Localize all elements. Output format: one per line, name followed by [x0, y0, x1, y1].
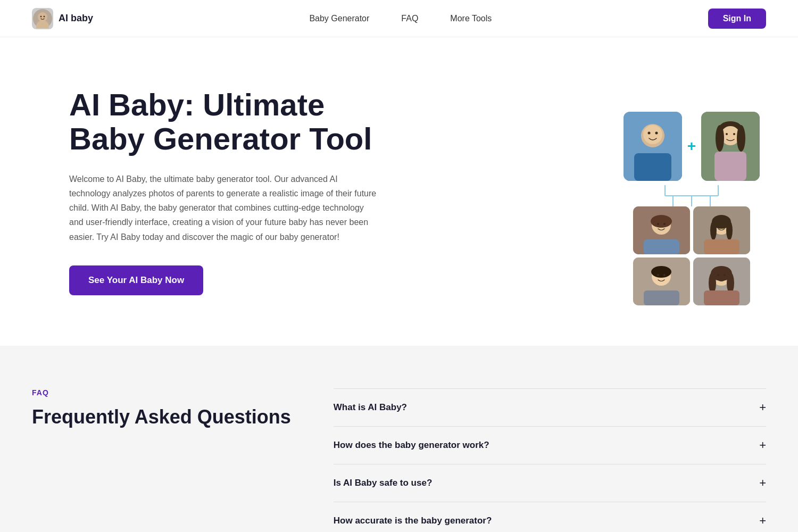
svg-point-15 — [716, 125, 724, 152]
nav-links: Baby Generator FAQ More Tools — [309, 14, 492, 23]
hero-cta-button[interactable]: See Your AI Baby Now — [69, 265, 203, 295]
logo-icon — [32, 8, 53, 29]
parent-mom-photo — [701, 112, 760, 181]
faq-title: Frequently Asked Questions — [32, 405, 291, 428]
faq-question-3: Is AI Baby safe to use? — [334, 478, 432, 488]
svg-point-10 — [655, 132, 658, 135]
svg-point-51 — [717, 274, 719, 276]
svg-point-30 — [663, 223, 666, 225]
svg-point-17 — [726, 133, 728, 135]
hero-description: Welcome to AI Baby, the ultimate baby ge… — [69, 172, 378, 244]
svg-point-43 — [657, 274, 659, 276]
svg-rect-19 — [714, 152, 746, 181]
faq-expand-4: + — [759, 514, 766, 528]
svg-point-4 — [44, 15, 45, 17]
faq-question-1: What is AI Baby? — [334, 402, 407, 413]
faq-item-1[interactable]: What is AI Baby? + — [334, 388, 766, 426]
svg-point-16 — [737, 125, 745, 152]
svg-point-28 — [651, 215, 672, 228]
hero-section: AI Baby: Ultimate Baby Generator Tool We… — [0, 37, 798, 346]
faq-section: FAQ Frequently Asked Questions What is A… — [0, 346, 798, 532]
svg-rect-39 — [704, 239, 739, 254]
svg-point-8 — [643, 125, 662, 144]
svg-point-29 — [657, 223, 659, 225]
hero-title: AI Baby: Ultimate Baby Generator Tool — [69, 88, 399, 156]
plus-icon: + — [687, 138, 696, 155]
faq-item-4[interactable]: How accurate is the baby generator? + — [334, 502, 766, 532]
svg-rect-45 — [644, 290, 679, 305]
hero-content: AI Baby: Ultimate Baby Generator Tool We… — [69, 88, 399, 295]
faq-left-panel: FAQ Frequently Asked Questions — [32, 388, 291, 532]
svg-rect-53 — [704, 290, 739, 305]
svg-point-36 — [726, 221, 733, 240]
signin-button[interactable]: Sign In — [708, 9, 766, 29]
parent-dad-photo — [624, 112, 682, 181]
nav-baby-generator[interactable]: Baby Generator — [309, 14, 369, 23]
faq-label: FAQ — [32, 388, 291, 397]
baby-photo-1 — [633, 206, 690, 254]
svg-point-37 — [717, 223, 719, 225]
logo-text: AI baby — [59, 13, 93, 24]
svg-point-18 — [733, 133, 735, 135]
nav-more-tools[interactable]: More Tools — [450, 14, 492, 23]
baby-photo-2 — [693, 206, 750, 254]
svg-point-44 — [663, 274, 666, 276]
hero-image-collage: + — [617, 112, 766, 271]
navbar: AI baby Baby Generator FAQ More Tools Si… — [0, 0, 798, 37]
baby-photo-4 — [693, 257, 750, 305]
nav-faq[interactable]: FAQ — [401, 14, 418, 23]
collage: + — [617, 112, 766, 282]
svg-rect-7 — [634, 153, 671, 181]
faq-question-2: How does the baby generator work? — [334, 440, 489, 451]
svg-point-52 — [724, 274, 726, 276]
svg-point-35 — [710, 221, 717, 240]
logo[interactable]: AI baby — [32, 8, 93, 29]
faq-question-4: How accurate is the baby generator? — [334, 516, 492, 526]
faq-expand-3: + — [759, 476, 766, 490]
svg-point-38 — [724, 223, 726, 225]
faq-expand-1: + — [759, 401, 766, 414]
faq-expand-2: + — [759, 438, 766, 452]
svg-rect-31 — [644, 239, 679, 254]
baby-photo-3 — [633, 257, 690, 305]
svg-point-42 — [651, 266, 671, 278]
svg-point-9 — [647, 132, 650, 135]
faq-items-list: What is AI Baby? + How does the baby gen… — [334, 388, 766, 532]
svg-point-3 — [40, 15, 42, 17]
faq-item-2[interactable]: How does the baby generator work? + — [334, 426, 766, 464]
faq-item-3[interactable]: Is AI Baby safe to use? + — [334, 464, 766, 502]
baby-photos-grid — [633, 206, 750, 305]
